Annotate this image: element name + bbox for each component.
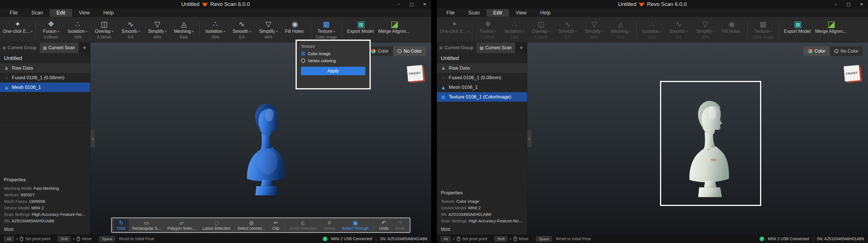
scan-list-item[interactable]: ▲ Mesh 0106_1 (437, 83, 527, 92)
toolbar-button[interactable]: ◪ Merge Alignm... (815, 19, 848, 40)
orientation-cube[interactable]: FRONT (844, 65, 860, 82)
menu-item[interactable]: View (72, 9, 97, 17)
chevron-down-icon: ▾ (660, 30, 662, 33)
sidebar-tab[interactable]: ▤ Current Scan (476, 43, 516, 53)
more-link[interactable]: More (0, 225, 90, 235)
color-button[interactable]: Color (803, 46, 830, 56)
toolbar-button[interactable]: ◬ Meshing ▾ Fast (608, 19, 634, 40)
toolbar-button[interactable]: ✦ One-click E... ▾ (439, 19, 470, 40)
bust-model-mesh[interactable] (237, 95, 294, 202)
toolbar-button[interactable] (636, 21, 637, 38)
selection-tool-button[interactable]: ◐ Invert Selection (286, 219, 320, 232)
selection-tool-button[interactable]: ◌ Lasso Selection (199, 219, 234, 232)
sidebar-tab[interactable]: ▤ Current Scan (39, 43, 79, 53)
selection-tool-button[interactable]: ◎ Select connec... (234, 219, 269, 232)
selection-tool-button[interactable]: ↶ Undo (376, 219, 392, 232)
menu-item[interactable]: File (3, 9, 25, 17)
toolbar-button[interactable] (472, 21, 472, 38)
keycap: Shift (58, 236, 71, 242)
add-tab-button[interactable]: + (79, 43, 90, 53)
property-label: Mesh Faces (4, 198, 27, 205)
toolbar-button[interactable]: ∿ Smooth ▾ 0.5 (665, 19, 692, 40)
selection-tool-button[interactable]: ▱ Polygon Selec... (164, 219, 199, 232)
toolbar-button[interactable] (779, 21, 779, 38)
selection-tool-button[interactable]: ↷ Redo (392, 219, 408, 232)
toolbar-button[interactable]: ◬ Meshing ▾ Fast (170, 19, 197, 40)
viewport-3d[interactable]: ‹ Color No Color FRONT (527, 43, 868, 235)
orientation-cube[interactable]: FRONT (407, 65, 424, 82)
minimize-button[interactable]: – (392, 0, 405, 8)
toolbar-button[interactable]: ✦ One-click E... ▾ (2, 19, 33, 40)
toolbar-button[interactable]: ▣ Export Model (344, 19, 378, 40)
apply-button[interactable]: Apply (301, 67, 365, 75)
toolbar-button[interactable]: ∿ Smooth ▾ 0.5 (118, 19, 144, 40)
menu-item[interactable]: View (509, 9, 533, 17)
maximize-button[interactable]: □ (842, 0, 855, 8)
menu-item[interactable]: Scan (25, 9, 50, 17)
scan-list-item[interactable]: ▦ Texture 0106_1 (ColorImage) (437, 92, 527, 102)
toolbar-button[interactable]: ❖ Fusion ▾ 0.08mm (38, 19, 64, 40)
selection-tool-button[interactable]: ✂ Clip (269, 219, 283, 232)
toolbar-button[interactable]: ▽ Simplify ▾ 40% (144, 19, 170, 40)
close-button[interactable]: ✕ (418, 0, 431, 8)
no-color-button[interactable]: No Color (830, 46, 863, 56)
menu-item[interactable]: Help (533, 9, 557, 17)
app-window-right: Untitled Revo Scan 6.0.0 – □ ✕ File Scan… (437, 0, 868, 243)
toolbar-button[interactable]: ▣ Export Model (781, 19, 815, 40)
toolbar-button-label: Fill Holes (285, 29, 304, 34)
toolbar-button[interactable] (747, 21, 748, 38)
menu-item[interactable]: Edit (487, 9, 509, 17)
add-tab-button[interactable]: + (516, 43, 527, 53)
scan-list-item[interactable]: ▲ Mesh 0106_1 (0, 83, 90, 92)
radio-option[interactable]: Color image (301, 51, 365, 56)
toolbar-button[interactable] (199, 21, 200, 38)
toolbar-button[interactable]: ◉ Fill Holes (718, 19, 745, 40)
selection-tool-button[interactable]: ▣ Select Through (339, 219, 372, 232)
viewport-3d[interactable]: ‹ Color No Color FRONT (90, 43, 431, 235)
close-button[interactable]: ✕ (855, 0, 868, 8)
toolbar-button[interactable]: ∴ Isolation ▾ 15% (501, 19, 528, 40)
toolbar-button[interactable]: ◫ Overlap ▾ 0.16mm (528, 19, 554, 40)
toolbar-button[interactable]: ∿ Smooth ▾ 0.5 (554, 19, 581, 40)
selection-tool-button[interactable] (374, 220, 374, 230)
project-name: Untitled (0, 53, 90, 63)
more-link[interactable]: More (437, 225, 527, 235)
menu-item[interactable]: Scan (461, 9, 487, 17)
sidebar-tab[interactable]: ⊞ Current Group (437, 43, 476, 53)
toolbar-button[interactable]: ▽ Simplify ▾ 40% (581, 19, 608, 40)
toolbar-button[interactable]: ▦ Texture ▾ Color image (750, 19, 776, 40)
sidebar-collapse-handle[interactable]: ‹ (527, 130, 532, 147)
sidebar-tab[interactable]: ⊞ Current Group (0, 43, 39, 53)
selection-tool-button[interactable]: ▭ Rectangular S... (129, 219, 164, 232)
toolbar-button[interactable]: ▦ Texture ▾ Color image (313, 19, 340, 40)
radio-option[interactable]: Vertex coloring (301, 58, 365, 63)
minimize-button[interactable]: – (829, 0, 842, 8)
toolbar-button[interactable]: ∴ Isolation ▾ 15% (202, 19, 228, 40)
toolbar-button-label: One-click E... (440, 29, 466, 34)
selection-tool-button[interactable]: ✖ Delete (320, 219, 338, 232)
menu-item[interactable]: Help (97, 9, 121, 17)
scan-list-item[interactable]: ♟ Raw Data (0, 63, 90, 73)
toolbar-button[interactable]: ◪ Merge Alignm... (378, 19, 411, 40)
scan-list-item[interactable]: ♟ Raw Data (437, 63, 527, 73)
toolbar-button[interactable]: ▽ Simplify ▾ 40% (255, 19, 282, 40)
app-title: Revo Scan 6.0.0 (647, 1, 687, 7)
toolbar-button[interactable]: ∴ Isolation ▾ 15% (639, 19, 665, 40)
scan-list-item[interactable]: ∴ Fused 0106_1 (0.08mm) (0, 73, 90, 83)
scan-list-item[interactable]: ∴ Fused 0106_1 (0.08mm) (437, 73, 527, 83)
toolbar-button[interactable] (35, 21, 36, 38)
toolbar-button[interactable]: ▽ Simplify ▾ 40% (692, 19, 718, 40)
menu-item[interactable]: File (440, 9, 461, 17)
maximize-button[interactable]: □ (405, 0, 418, 8)
toolbar-button-label: Simplify (259, 29, 275, 34)
toolbar-button[interactable]: ∿ Smooth ▾ 0.5 (228, 19, 255, 40)
sidebar-collapse-handle[interactable]: ‹ (90, 130, 95, 147)
title-bar: Untitled Revo Scan 6.0.0 – □ ✕ (437, 0, 868, 8)
toolbar-button[interactable]: ❖ Fusion ▾ 0.08mm (475, 19, 501, 40)
toolbar-button[interactable]: ◉ Fill Holes (282, 19, 308, 40)
toolbar-button[interactable]: ∴ Isolation ▾ 15% (64, 19, 91, 40)
toolbar-button[interactable]: ◫ Overlap ▾ 0.16mm (91, 19, 118, 40)
selection-tool-button[interactable]: ↻ Orbit (113, 219, 129, 232)
no-color-button[interactable]: No Color (393, 46, 426, 56)
menu-item[interactable]: Edit (50, 9, 72, 17)
